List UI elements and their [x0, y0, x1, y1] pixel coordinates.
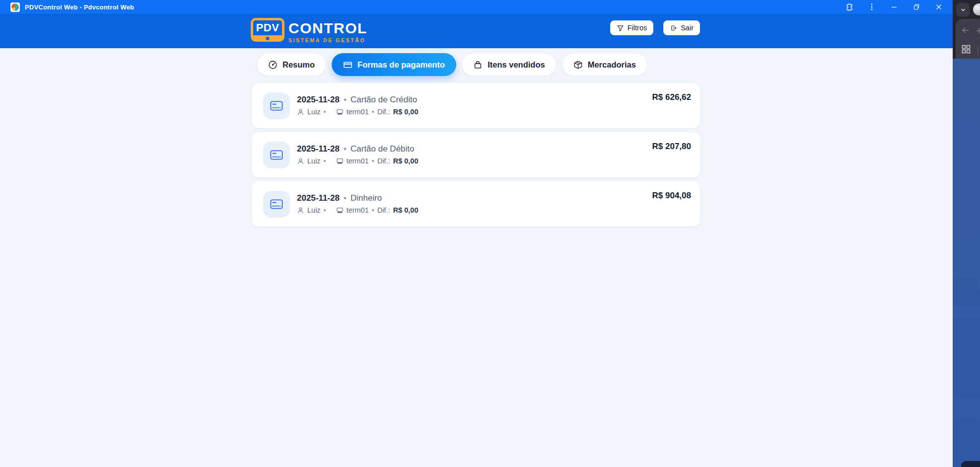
panel-divider [978, 46, 979, 55]
payment-date: 2025-11-28 [297, 95, 340, 105]
minimize-icon[interactable] [883, 0, 905, 14]
close-icon[interactable] [927, 0, 950, 14]
operator-name: Luiz [307, 157, 321, 165]
plus-icon[interactable] [976, 27, 980, 34]
separator-bullet: • [344, 95, 347, 105]
tab-itens-vendidos[interactable]: Itens vendidos [462, 53, 557, 76]
extensions-icon[interactable] [838, 0, 860, 14]
separator-bullet: • [372, 206, 374, 215]
sidebar-panel [956, 19, 980, 59]
tab-resumo[interactable]: Resumo [257, 53, 326, 76]
background-window-edge [953, 0, 980, 467]
operator-name: Luiz [307, 108, 321, 116]
payment-method: Cartão de Débito [350, 144, 415, 154]
kebab-menu-icon[interactable] [860, 0, 883, 14]
pdvcontrol-logo: PDV CONTROL SISTEMA DE GESTÃO [251, 18, 367, 43]
app-favicon-icon [10, 2, 20, 12]
payment-row[interactable]: 2025-11-28 • Cartão de Débito Luiz • ter… [252, 132, 700, 177]
payment-amount: R$ 626,62 [652, 92, 691, 102]
tab-label: Itens vendidos [488, 60, 545, 70]
terminal-name: term01 [347, 157, 369, 165]
terminal-name: term01 [347, 206, 369, 215]
back-arrow-icon[interactable] [961, 26, 970, 36]
payment-amount: R$ 207,80 [652, 142, 691, 152]
payment-method: Dinheiro [350, 193, 382, 203]
logout-icon [670, 24, 677, 32]
monitor-icon [336, 157, 344, 165]
filter-icon [617, 24, 624, 32]
exit-label: Sair [681, 24, 694, 32]
logo-pdv-text: PDV [256, 21, 280, 34]
diff-value: R$ 0,00 [393, 108, 419, 116]
person-icon [297, 108, 304, 116]
person-icon [297, 157, 304, 165]
diff-label: Dif.: [377, 157, 390, 165]
tab-label: Formas de pagamento [357, 60, 445, 70]
gauge-icon [268, 60, 278, 70]
logo-monitor-icon: PDV [251, 18, 284, 42]
window-controls [838, 0, 950, 14]
window-titlebar[interactable]: PDVControl Web - Pdvcontrol Web [0, 0, 953, 14]
payment-amount: R$ 904,08 [652, 191, 691, 201]
payment-row[interactable]: 2025-11-28 • Cartão de Crédito Luiz • te… [252, 83, 700, 128]
separator-bullet: • [324, 157, 326, 165]
app-header: PDV CONTROL SISTEMA DE GESTÃO Filtros Sa… [0, 14, 953, 48]
credit-card-icon [343, 60, 352, 70]
payment-date: 2025-11-28 [297, 193, 340, 203]
tab-mercadorias[interactable]: Mercadorias [562, 53, 647, 76]
shopping-bag-icon [473, 60, 483, 70]
payment-date: 2025-11-28 [297, 144, 340, 154]
profile-globe-icon[interactable] [973, 3, 980, 15]
credit-card-icon [270, 197, 283, 211]
tab-formas-de-pagamento[interactable]: Formas de pagamento [332, 53, 456, 76]
grid-icon[interactable] [961, 44, 971, 56]
logo-control-text: CONTROL [288, 21, 367, 36]
separator-bullet: • [372, 157, 374, 165]
credit-card-icon [270, 99, 283, 113]
restore-icon[interactable] [905, 0, 927, 14]
payments-list: 2025-11-28 • Cartão de Crédito Luiz • te… [252, 83, 700, 227]
separator-bullet: • [324, 206, 326, 215]
separator-bullet: • [324, 108, 326, 116]
filters-label: Filtros [628, 24, 647, 32]
header-actions: Filtros Sair [610, 20, 700, 35]
separator-bullet: • [344, 193, 347, 203]
payment-method-icon-box [263, 142, 290, 168]
tab-label: Resumo [282, 60, 315, 70]
diff-label: Dif.: [377, 108, 390, 116]
separator-bullet: • [372, 108, 374, 116]
diff-value: R$ 0,00 [393, 157, 419, 165]
package-icon [573, 60, 583, 70]
terminal-name: term01 [347, 108, 369, 116]
monitor-icon [336, 207, 344, 214]
payment-row[interactable]: 2025-11-28 • Dinheiro Luiz • term01 • Di… [252, 181, 700, 227]
credit-card-icon [270, 148, 283, 162]
background-window-corner [961, 461, 980, 467]
window-title: PDVControl Web - Pdvcontrol Web [25, 3, 134, 11]
operator-name: Luiz [307, 206, 321, 215]
payment-method: Cartão de Crédito [350, 95, 417, 105]
report-tabs: Resumo Formas de pagamento Itens vendido… [257, 53, 647, 76]
monitor-icon [336, 108, 344, 116]
payment-method-icon-box [263, 92, 290, 119]
filters-button[interactable]: Filtros [610, 20, 653, 35]
separator-bullet: • [344, 144, 347, 154]
logo-tagline: SISTEMA DE GESTÃO [288, 37, 367, 43]
exit-button[interactable]: Sair [663, 20, 700, 35]
payment-method-icon-box [263, 191, 290, 218]
tab-label: Mercadorias [588, 60, 636, 70]
person-icon [297, 207, 304, 214]
diff-value: R$ 0,00 [393, 206, 419, 215]
diff-label: Dif.: [377, 206, 390, 215]
chevron-down-icon[interactable] [956, 3, 970, 17]
background-window-body [953, 59, 980, 467]
